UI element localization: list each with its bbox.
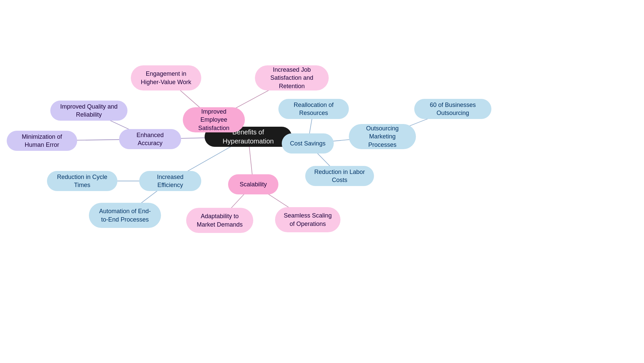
minimization-human-error-node: Minimization of Human Error bbox=[7, 131, 77, 151]
improved-employee-satisfaction-label: Improved Employee Satisfaction bbox=[190, 108, 238, 132]
60-businesses-outsourcing-node: 60 of Businesses Outsourcing bbox=[414, 99, 491, 119]
engagement-higher-value-node: Engagement in Higher-Value Work bbox=[131, 65, 201, 90]
automation-end-to-end-node: Automation of End-to-End Processes bbox=[89, 203, 161, 228]
increased-efficiency-label: Increased Efficiency bbox=[146, 173, 195, 189]
improved-quality-reliability-label: Improved Quality and Reliability bbox=[57, 103, 121, 119]
60-businesses-outsourcing-label: 60 of Businesses Outsourcing bbox=[421, 101, 485, 117]
outsourcing-marketing-label: Outsourcing Marketing Processes bbox=[356, 124, 409, 149]
improved-employee-satisfaction-node: Improved Employee Satisfaction bbox=[183, 107, 245, 132]
automation-end-to-end-label: Automation of End-to-End Processes bbox=[96, 207, 154, 224]
increased-efficiency-node: Increased Efficiency bbox=[139, 171, 201, 191]
seamless-scaling-label: Seamless Scaling of Operations bbox=[282, 211, 334, 228]
engagement-higher-value-label: Engagement in Higher-Value Work bbox=[138, 70, 195, 86]
reallocation-resources-node: Reallocation of Resources bbox=[278, 99, 349, 119]
minimization-human-error-label: Minimization of Human Error bbox=[13, 133, 70, 149]
scalability-label: Scalability bbox=[239, 180, 267, 188]
improved-quality-reliability-node: Improved Quality and Reliability bbox=[50, 101, 127, 121]
adaptability-market-demands-node: Adaptability to Market Demands bbox=[186, 208, 253, 233]
scalability-node: Scalability bbox=[228, 174, 278, 194]
cost-savings-node: Cost Savings bbox=[282, 133, 334, 154]
reallocation-resources-label: Reallocation of Resources bbox=[285, 101, 342, 117]
seamless-scaling-node: Seamless Scaling of Operations bbox=[275, 207, 340, 232]
reduction-labor-costs-node: Reduction in Labor Costs bbox=[305, 166, 374, 186]
increased-job-satisfaction-node: Increased Job Satisfaction and Retention bbox=[255, 65, 329, 90]
enhanced-accuracy-label: Enhanced Accuracy bbox=[126, 131, 174, 147]
reduction-cycle-times-label: Reduction in Cycle Times bbox=[54, 173, 111, 189]
increased-job-satisfaction-label: Increased Job Satisfaction and Retention bbox=[262, 66, 322, 90]
reduction-labor-costs-label: Reduction in Labor Costs bbox=[312, 168, 367, 184]
adaptability-market-demands-label: Adaptability to Market Demands bbox=[193, 212, 247, 229]
reduction-cycle-times-node: Reduction in Cycle Times bbox=[47, 171, 117, 191]
outsourcing-marketing-node: Outsourcing Marketing Processes bbox=[349, 124, 416, 149]
enhanced-accuracy-node: Enhanced Accuracy bbox=[119, 129, 181, 149]
cost-savings-label: Cost Savings bbox=[290, 139, 325, 147]
